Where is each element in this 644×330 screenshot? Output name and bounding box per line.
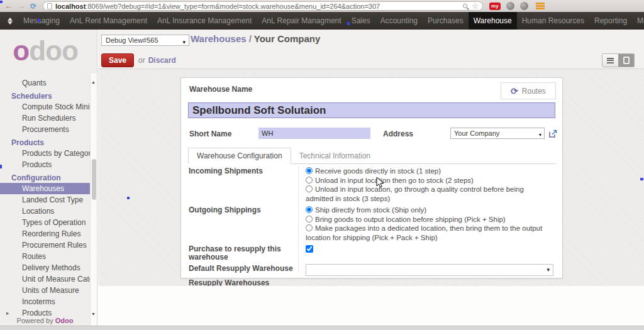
outgoing-option-3[interactable]: Make packages into a dedicated location,… bbox=[306, 224, 553, 242]
outgoing-shippings-label: Outgoing Shippings bbox=[189, 206, 298, 242]
default-resupply-row: Default Resupply Warehouse ▾ bbox=[189, 264, 553, 276]
bookmark-star-icon[interactable]: ☆ bbox=[472, 3, 479, 10]
browser-reload-icon[interactable]: ⟳ bbox=[30, 3, 36, 10]
breadcrumb-current: Your Company bbox=[254, 33, 321, 44]
updown-arrows-icon[interactable] bbox=[8, 18, 13, 25]
nav-item-reporting[interactable]: Reporting bbox=[589, 12, 632, 30]
sidebar-item-warehouses[interactable]: Warehouses bbox=[0, 183, 90, 194]
sidebar-item-landed-cost-type[interactable]: Landed Cost Type bbox=[0, 194, 90, 206]
radio-pick-ship[interactable] bbox=[306, 216, 313, 223]
incoming-option-2[interactable]: Unload in input location then go to stoc… bbox=[306, 176, 553, 185]
sidebar-item-incoterms[interactable]: Incoterms bbox=[0, 296, 90, 307]
tab-content: Incoming Shipments Receive goods directl… bbox=[189, 167, 553, 273]
sidebar-section-schedulers: Schedulers bbox=[0, 89, 90, 101]
scrollbar-thumb[interactable] bbox=[92, 159, 96, 200]
sidebar-item-label: Products bbox=[22, 309, 52, 317]
debug-view-value: Debug View#565 bbox=[106, 36, 158, 44]
or-label: or bbox=[138, 56, 145, 65]
nav-item-human-resources[interactable]: Human Resources bbox=[517, 12, 589, 30]
warehouse-name-input[interactable] bbox=[188, 102, 555, 118]
form-icon bbox=[623, 57, 630, 64]
sidebar-item-units-of-measure[interactable]: Units of Measure bbox=[0, 285, 90, 296]
tab-technical-information[interactable]: Technical Information bbox=[291, 148, 379, 163]
nav-item-anl-repair[interactable]: AnL Repair Managment bbox=[257, 12, 346, 30]
sidebar-item-reordering-rules[interactable]: Reordering Rules bbox=[0, 228, 90, 239]
powered-prefix: Powered by bbox=[17, 317, 53, 324]
extension-icon[interactable] bbox=[520, 2, 528, 10]
breadcrumb-warehouses[interactable]: Warehouses bbox=[191, 33, 247, 44]
sidebar-item-compute-stock[interactable]: Compute Stock Minimu... bbox=[0, 101, 90, 113]
debug-view-select[interactable]: Debug View#565 ▾ bbox=[101, 35, 189, 46]
nav-item-anl-insurance[interactable]: AnL Insurance Management bbox=[152, 12, 257, 30]
default-resupply-select[interactable]: ▾ bbox=[306, 264, 553, 276]
scroll-up-icon[interactable]: ▲ bbox=[91, 80, 96, 84]
radio-unload-3steps[interactable] bbox=[306, 185, 313, 192]
outgoing-option-1[interactable]: Ship directly from stock (Ship only) bbox=[306, 206, 553, 215]
radio-pick-pack-ship[interactable] bbox=[306, 224, 313, 231]
incoming-option-1[interactable]: Receive goods directly in stock (1 step) bbox=[306, 167, 553, 176]
outgoing-option-2[interactable]: Bring goods to output location before sh… bbox=[306, 215, 553, 224]
url-host: localhost bbox=[55, 3, 86, 10]
sidebar-item-uom-categories[interactable]: Unit of Measure Catego... bbox=[0, 273, 90, 285]
radio-ship-only[interactable] bbox=[306, 206, 313, 213]
browser-back-icon[interactable]: ← bbox=[4, 2, 13, 10]
nav-item-anl-rent[interactable]: AnL Rent Management bbox=[65, 12, 152, 30]
tab-warehouse-configuration[interactable]: Warehouse Configuration bbox=[188, 148, 291, 164]
save-button[interactable]: Save bbox=[101, 53, 134, 67]
incoming-shipments-row: Incoming Shipments Receive goods directl… bbox=[189, 167, 553, 203]
radio-unload-2steps[interactable] bbox=[306, 177, 313, 184]
option-label: Bring goods to output location before sh… bbox=[315, 216, 506, 223]
sidebar-item-quants[interactable]: Quants bbox=[0, 77, 90, 89]
refresh-icon: ⟳ bbox=[511, 87, 518, 96]
nav-item-sales[interactable]: Sales bbox=[347, 12, 375, 30]
url-rest: :8069/web?debug=#id=1&view_type=form&mod… bbox=[86, 3, 380, 10]
sidebar-item-types-of-operation[interactable]: Types of Operation bbox=[0, 217, 90, 228]
browser-forward-icon[interactable]: → bbox=[17, 2, 25, 10]
address-label: Address bbox=[383, 129, 413, 138]
discard-button[interactable]: Discard bbox=[148, 56, 176, 65]
option-label: Make packages into a dedicated location,… bbox=[306, 224, 542, 241]
browser-chrome: ← → ⟳ localhost:8069/web?debug=#id=1&vie… bbox=[0, 0, 644, 12]
powered-brand[interactable]: Odoo bbox=[55, 317, 74, 324]
purchase-resupply-checkbox[interactable] bbox=[306, 245, 313, 253]
incoming-option-3[interactable]: Unload in input location, go through a q… bbox=[306, 185, 553, 203]
artifact bbox=[127, 197, 130, 199]
address-bar[interactable]: localhost:8069/web?debug=#id=1&view_type… bbox=[43, 1, 483, 11]
list-icon bbox=[607, 58, 614, 63]
search-icon[interactable] bbox=[463, 4, 467, 8]
address-select[interactable]: Your Company ▾ bbox=[450, 128, 545, 139]
radio-receive-direct[interactable] bbox=[306, 167, 313, 174]
browser-menu-icon[interactable] bbox=[536, 3, 545, 9]
nav-item-messaging[interactable]: Messaging bbox=[18, 12, 65, 30]
nav-more-label: More bbox=[637, 16, 644, 25]
form-view-button[interactable] bbox=[618, 54, 634, 67]
sidebar-item-procurements[interactable]: Procurements bbox=[0, 124, 90, 135]
nav-item-warehouse[interactable]: Warehouse bbox=[469, 12, 517, 30]
extension-my-icon[interactable]: my bbox=[489, 3, 501, 10]
sidebar-item-locations[interactable]: Locations bbox=[0, 206, 90, 217]
sidebar-item-run-schedulers[interactable]: Run Schedulers bbox=[0, 113, 90, 124]
sidebar-item-products-by-category[interactable]: Products by Category bbox=[0, 148, 90, 159]
nav-item-accounting[interactable]: Accounting bbox=[375, 12, 423, 30]
caret-down-icon: ▾ bbox=[182, 37, 186, 47]
nav-item-purchases[interactable]: Purchases bbox=[423, 12, 469, 30]
external-link-icon[interactable] bbox=[549, 129, 557, 137]
nav-item-more[interactable]: More▾ bbox=[632, 12, 644, 30]
sidebar-item-routes[interactable]: Routes bbox=[0, 251, 90, 262]
option-label: Unload in input location then go to stoc… bbox=[315, 177, 474, 184]
sidebar-item-procurement-rules[interactable]: Procurement Rules bbox=[0, 239, 90, 251]
short-name-input[interactable] bbox=[258, 128, 370, 139]
scroll-down-icon[interactable]: ▼ bbox=[91, 312, 96, 316]
sidebar-scrollbar[interactable] bbox=[90, 74, 97, 326]
sidebar-item-delivery-methods[interactable]: Delivery Methods bbox=[0, 262, 90, 273]
sidebar-section-products: Products bbox=[0, 135, 90, 148]
screen: ← → ⟳ localhost:8069/web?debug=#id=1&vie… bbox=[0, 0, 644, 330]
list-view-button[interactable] bbox=[602, 54, 618, 67]
window-bottom-edge bbox=[0, 326, 644, 330]
sidebar: odoo Quants Schedulers Compute Stock Min… bbox=[0, 30, 97, 326]
extension-icon[interactable] bbox=[506, 2, 514, 10]
logo-first-letter: o bbox=[13, 35, 29, 66]
address-value: Your Company bbox=[454, 129, 499, 137]
routes-button[interactable]: ⟳ Routes bbox=[501, 82, 556, 99]
sidebar-item-products[interactable]: Products bbox=[0, 159, 90, 170]
